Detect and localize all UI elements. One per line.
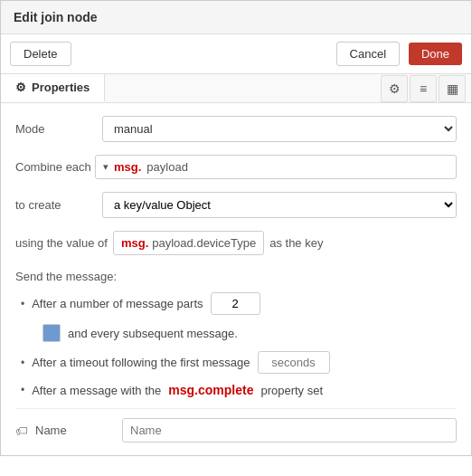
bullet-row-2: • After a timeout following the first me… (15, 351, 457, 374)
combine-label: Combine each (15, 160, 95, 174)
as-the-key-label: as the key (269, 236, 323, 250)
svg-rect-0 (45, 327, 58, 339)
name-input[interactable] (122, 418, 457, 443)
bullet-row-3: • After a message with the msg.complete … (15, 383, 457, 397)
tabs-row: ⚙ Properties ⚙ ≡ ▦ (1, 74, 471, 103)
bullet-1-text: After a number of message parts (32, 297, 203, 310)
mode-label: Mode (15, 122, 95, 136)
using-key-value: payload.deviceType (152, 236, 256, 250)
bullet-3-prefix: After a message with the (32, 384, 161, 397)
right-buttons: Cancel Done (336, 42, 462, 66)
using-msg-prefix: msg. (121, 236, 148, 250)
list-icon: ≡ (420, 81, 427, 96)
name-label: Name (35, 424, 115, 437)
combine-msg-tag[interactable]: ▾ msg. payload (95, 155, 457, 179)
msg-complete-label: msg.complete (168, 383, 253, 397)
checkbox-subsequent[interactable] (42, 324, 61, 342)
message-parts-input[interactable] (211, 292, 260, 315)
bullet-2-dot: • (21, 357, 24, 369)
checkbox-icon-svg (45, 327, 58, 339)
to-create-row: to create a key/value Object (15, 192, 457, 218)
tab-properties[interactable]: ⚙ Properties (1, 74, 105, 102)
grid-icon: ▦ (447, 81, 458, 96)
to-create-select[interactable]: a key/value Object (102, 192, 457, 218)
tab-icon-3[interactable]: ▦ (439, 75, 466, 102)
bullet-2-text: After a timeout following the first mess… (32, 356, 250, 369)
bullet-3-dot: • (21, 384, 24, 396)
settings-icon: ⚙ (389, 81, 401, 96)
send-section: Send the message: • After a number of me… (15, 270, 457, 397)
combine-payload: payload (146, 160, 188, 174)
combine-msg-prefix: msg. (114, 160, 141, 174)
bullet-row-1: • After a number of message parts (15, 292, 457, 315)
dropdown-arrow-icon: ▾ (103, 161, 109, 173)
window-title: Edit join node (14, 10, 98, 24)
mode-row: Mode manual (15, 116, 457, 142)
mode-select[interactable]: manual (102, 116, 457, 142)
sub-bullet-row: and every subsequent message. (15, 324, 457, 342)
tag-icon: 🏷 (15, 424, 28, 438)
done-button[interactable]: Done (409, 43, 462, 65)
bullet-3-suffix: property set (260, 384, 323, 397)
title-bar: Edit join node (1, 1, 471, 34)
combine-row: Combine each ▾ msg. payload (15, 155, 457, 179)
timeout-input[interactable] (258, 351, 330, 374)
tab-icons: ⚙ ≡ ▦ (381, 75, 471, 102)
gear-icon: ⚙ (15, 81, 26, 94)
to-create-label: to create (15, 198, 95, 212)
using-row: using the value of msg. payload.deviceTy… (15, 231, 457, 255)
tab-icon-2[interactable]: ≡ (410, 75, 437, 102)
bullet-1-dot: • (21, 298, 24, 310)
toolbar: Delete Cancel Done (1, 34, 471, 74)
content-area: Mode manual Combine each ▾ msg. payload … (1, 103, 471, 455)
send-title: Send the message: (15, 270, 457, 283)
delete-button[interactable]: Delete (10, 42, 71, 66)
using-label: using the value of (15, 236, 108, 250)
cancel-button[interactable]: Cancel (336, 42, 400, 66)
window: Edit join node Delete Cancel Done ⚙ Prop… (0, 0, 472, 456)
sub-bullet-text: and every subsequent message. (68, 327, 238, 340)
name-row: 🏷 Name (15, 408, 457, 443)
key-input-wrapper[interactable]: msg. payload.deviceType (113, 231, 264, 255)
tab-icon-1[interactable]: ⚙ (381, 75, 408, 102)
tab-properties-label: Properties (32, 81, 90, 94)
